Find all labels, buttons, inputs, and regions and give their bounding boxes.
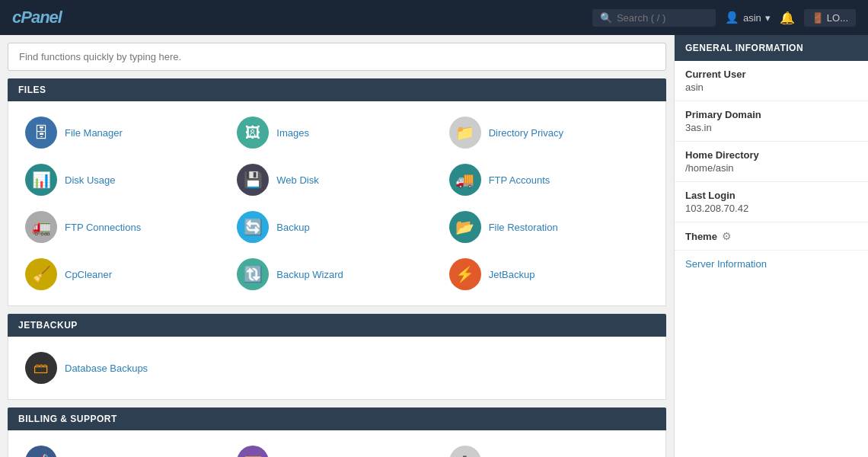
icon-item[interactable]: 📣News & Announcements: [19, 441, 231, 457]
icon-item[interactable]: 🧹CpCleaner: [19, 254, 231, 295]
theme-gear-icon[interactable]: ⚙: [722, 230, 732, 242]
username: asin: [743, 12, 761, 24]
item-label[interactable]: JetBackup: [489, 269, 535, 280]
user-icon: 👤: [725, 11, 739, 24]
logo-c: c: [12, 8, 21, 27]
icon-item[interactable]: 🔄Backup: [231, 206, 442, 248]
icon-item[interactable]: 📊Disk Usage: [19, 159, 231, 200]
item-icon: 📣: [25, 446, 57, 457]
item-label[interactable]: Database Backups: [65, 363, 148, 374]
user-menu[interactable]: 👤 asin ▾: [725, 11, 771, 24]
icon-item[interactable]: 💾Web Disk: [231, 159, 442, 200]
item-icon: 🚛: [25, 211, 57, 243]
section-files: FILES🗄File Manager🖼Images📁Directory Priv…: [8, 78, 666, 306]
layout: FILES🗄File Manager🖼Images📁Directory Priv…: [0, 35, 868, 457]
item-icon: 🧹: [25, 258, 57, 290]
theme-row: Theme ⚙: [675, 222, 868, 251]
item-label[interactable]: Backup Wizard: [276, 269, 343, 280]
item-icon: ⚡: [449, 258, 481, 290]
section-billing: BILLING & SUPPORT📣News & Announcements💳M…: [8, 407, 666, 457]
main-content: FILES🗄File Manager🖼Images📁Directory Priv…: [0, 35, 674, 457]
search-input[interactable]: [617, 12, 708, 24]
section-header-files: FILES: [8, 78, 666, 101]
info-label: Current User: [685, 69, 857, 80]
info-row: Home Directory/home/asin: [675, 142, 868, 182]
info-row: Primary Domain3as.in: [675, 101, 868, 142]
item-icon: 🗄: [25, 117, 57, 149]
logout-icon: 🚪: [812, 12, 824, 24]
item-label[interactable]: Images: [276, 127, 309, 139]
icon-item[interactable]: ⚡JetBackup: [443, 254, 655, 295]
item-label[interactable]: File Restoration: [489, 222, 558, 233]
server-info-link[interactable]: Server Information: [675, 251, 868, 277]
topnav-right: 🔍 👤 asin ▾ 🔔 🚪 LO...: [592, 9, 856, 27]
section-body-billing: 📣News & Announcements💳Manage Billing Inf…: [8, 430, 666, 457]
info-label: Last Login: [685, 190, 857, 201]
info-row: Last Login103.208.70.42: [675, 182, 868, 222]
function-search-input[interactable]: [8, 43, 666, 71]
bell-icon[interactable]: 🔔: [780, 11, 795, 25]
item-label[interactable]: Backup: [276, 222, 309, 233]
item-icon: ⬇: [449, 446, 481, 457]
item-label[interactable]: File Manager: [65, 127, 123, 139]
logout-button[interactable]: 🚪 LO...: [804, 9, 856, 27]
info-label: Primary Domain: [685, 109, 857, 120]
topnav: cPanel 🔍 👤 asin ▾ 🔔 🚪 LO...: [0, 0, 868, 35]
item-icon: 💳: [237, 446, 269, 457]
info-value: asin: [685, 81, 857, 93]
section-header-billing: BILLING & SUPPORT: [8, 407, 666, 430]
info-value: 3as.in: [685, 122, 857, 133]
sidebar-header: GENERAL INFORMATION: [675, 35, 868, 61]
icon-item[interactable]: 🗄File Manager: [19, 112, 231, 153]
sidebar: GENERAL INFORMATION Current UserasinPrim…: [674, 35, 868, 457]
info-value: /home/asin: [685, 162, 857, 174]
info-label: Home Directory: [685, 149, 857, 161]
item-icon: 🔃: [237, 258, 269, 290]
info-row: Current Userasin: [675, 61, 868, 101]
item-icon: 📂: [449, 211, 481, 243]
item-label[interactable]: CpCleaner: [65, 269, 112, 280]
section-header-jetbackup: JETBACKUP: [8, 314, 666, 337]
item-label[interactable]: Web Disk: [276, 174, 318, 186]
icon-grid-jetbackup: 🗃Database Backups: [19, 347, 655, 388]
icon-item[interactable]: 🖼Images: [231, 112, 442, 153]
item-icon: 🚚: [449, 164, 481, 196]
item-label[interactable]: Disk Usage: [65, 174, 115, 186]
item-icon: 🖼: [237, 117, 269, 149]
user-dropdown-icon: ▾: [765, 12, 771, 24]
item-label[interactable]: Directory Privacy: [489, 127, 563, 139]
section-jetbackup: JETBACKUP🗃Database Backups: [8, 314, 666, 400]
section-body-files: 🗄File Manager🖼Images📁Directory Privacy📊D…: [8, 101, 666, 306]
item-icon: 📁: [449, 117, 481, 149]
info-value: 103.208.70.42: [685, 203, 857, 214]
item-icon: 📊: [25, 164, 57, 196]
sections-container: FILES🗄File Manager🖼Images📁Directory Priv…: [8, 78, 666, 457]
icon-grid-billing: 📣News & Announcements💳Manage Billing Inf…: [19, 441, 655, 457]
theme-label: Theme: [685, 231, 717, 242]
item-icon: 🔄: [237, 211, 269, 243]
icon-item[interactable]: 📁Directory Privacy: [443, 112, 655, 153]
item-icon: 💾: [237, 164, 269, 196]
icon-item[interactable]: 📂File Restoration: [443, 206, 655, 248]
icon-item[interactable]: 🗃Database Backups: [19, 347, 231, 388]
item-label[interactable]: FTP Accounts: [489, 174, 550, 186]
search-icon: 🔍: [600, 12, 612, 24]
icon-item[interactable]: 🚛FTP Connections: [19, 206, 231, 248]
sidebar-info-rows: Current UserasinPrimary Domain3as.inHome…: [675, 61, 868, 222]
section-body-jetbackup: 🗃Database Backups: [8, 337, 666, 400]
item-label[interactable]: FTP Connections: [65, 222, 141, 233]
icon-item[interactable]: 💳Manage Billing Information: [231, 441, 442, 457]
icon-grid-files: 🗄File Manager🖼Images📁Directory Privacy📊D…: [19, 112, 655, 295]
logo: cPanel: [12, 8, 62, 27]
icon-item[interactable]: ⬇Download Resources: [443, 441, 655, 457]
search-box[interactable]: 🔍: [592, 9, 716, 27]
icon-item[interactable]: 🔃Backup Wizard: [231, 254, 442, 295]
item-icon: 🗃: [25, 352, 57, 384]
icon-item[interactable]: 🚚FTP Accounts: [443, 159, 655, 200]
